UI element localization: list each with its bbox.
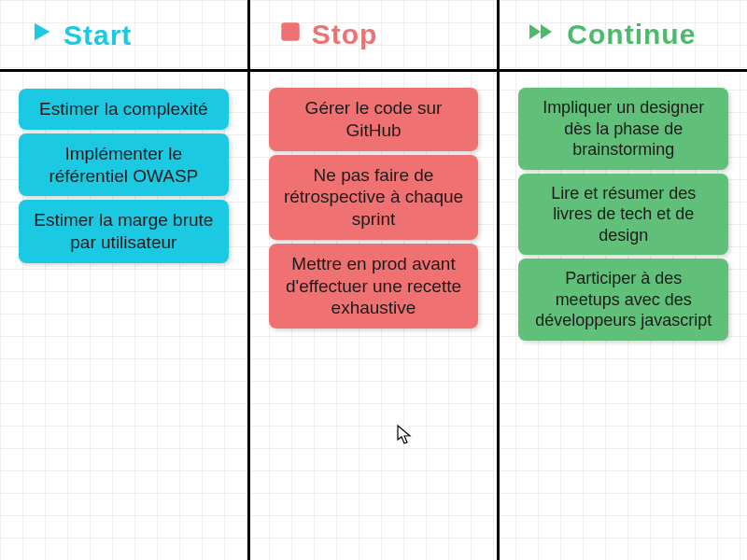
card[interactable]: Impliquer un designer dès la phase de br… [518,88,728,170]
horizontal-divider [0,69,747,72]
column-stop[interactable]: Stop Gérer le code sur GitHub Ne pas fai… [247,0,498,560]
card[interactable]: Estimer la marge brute par utilisateur [19,200,229,263]
column-title: Stop [312,19,378,50]
column-continue[interactable]: Continue Impliquer un designer dès la ph… [497,0,747,560]
card[interactable]: Estimer la complexité [19,89,229,130]
fast-forward-icon [528,19,557,50]
stop-icon [278,19,303,50]
card[interactable]: Implémenter le référentiel OWASP [19,133,229,197]
card[interactable]: Gérer le code sur GitHub [269,88,479,151]
column-start[interactable]: Start Estimer la complexité Implémenter … [0,0,247,560]
card-list-continue: Impliquer un designer dès la phase de br… [518,88,728,341]
card[interactable]: Mettre en prod avant d'effectuer une rec… [269,244,479,329]
column-header-stop: Stop [269,19,479,50]
play-icon [28,19,54,51]
column-title: Continue [567,19,696,50]
card-list-stop: Gérer le code sur GitHub Ne pas faire de… [269,88,479,329]
column-header-start: Start [19,19,229,51]
column-title: Start [63,20,132,51]
column-header-continue: Continue [518,19,728,50]
card[interactable]: Participer à des meetups avec des dévelo… [518,259,728,341]
card[interactable]: Lire et résumer des livres de tech et de… [518,174,728,256]
svg-rect-0 [281,22,300,41]
retro-board: Start Estimer la complexité Implémenter … [0,0,747,560]
card[interactable]: Ne pas faire de rétrospective à chaque s… [269,155,479,240]
card-list-start: Estimer la complexité Implémenter le réf… [19,89,229,263]
